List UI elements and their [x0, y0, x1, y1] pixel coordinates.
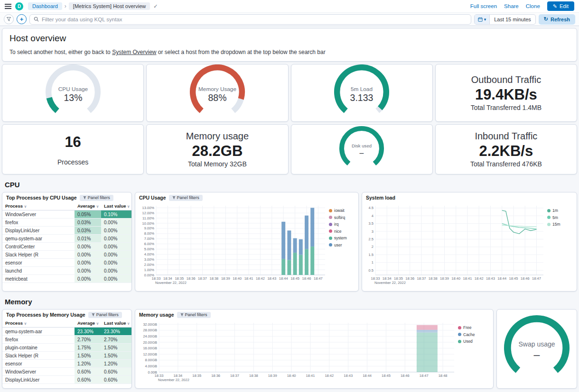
svg-text:–: –: [534, 348, 540, 361]
panel-filters-badge[interactable]: Panel filters: [177, 312, 211, 318]
svg-text:12.00GB: 12.00GB: [143, 352, 157, 356]
column-header[interactable]: Process ∨: [2, 319, 75, 328]
svg-text:18:45: 18:45: [509, 276, 518, 281]
refresh-icon: ↻: [544, 16, 548, 22]
panel-filters-badge[interactable]: Panel filters: [88, 312, 122, 318]
svg-text:18:35: 18:35: [394, 276, 403, 281]
edit-button[interactable]: ✎ Edit: [547, 1, 574, 11]
last-value: 1.50%: [101, 344, 131, 352]
cpu-section-row: Top Processes by CPU Usage Panel filters…: [2, 192, 577, 292]
sort-icon: ∨: [96, 204, 99, 209]
average-value: 1.50%: [75, 352, 101, 360]
legend-item[interactable]: system: [329, 236, 351, 240]
refresh-button[interactable]: ↻ Refresh: [539, 14, 575, 25]
panel-title: CPU Usage: [139, 195, 166, 201]
breadcrumb: Dashboard › [Metrics System] Host overvi…: [28, 2, 158, 10]
legend-item[interactable]: Used: [458, 339, 480, 344]
legend-item[interactable]: 5m: [547, 215, 569, 220]
panel-cpu-usage-chart: CPU Usage Panel filters 0.00%1.00%2.00%3…: [135, 192, 359, 292]
average-value: 1.75%: [75, 344, 101, 352]
svg-text:20.00GB: 20.00GB: [143, 340, 157, 345]
metric-row-1: CPU Usage13% Memory Usage88% 5m Load3.13…: [2, 64, 577, 122]
average-value: 0.00%: [75, 267, 101, 275]
svg-text:18:35: 18:35: [175, 276, 184, 281]
svg-text:18:34: 18:34: [163, 276, 172, 281]
legend-item[interactable]: Free: [458, 325, 480, 330]
metric-title: Outbound Traffic: [471, 74, 542, 85]
swap-usage-gauge: Swap usage–: [504, 315, 570, 383]
legend-dot-icon: [458, 340, 461, 343]
legend-item[interactable]: 15m: [547, 222, 569, 227]
svg-text:7.00%: 7.00%: [144, 237, 155, 241]
legend-item[interactable]: Cache: [458, 332, 480, 337]
svg-text:18:46: 18:46: [401, 374, 410, 378]
svg-text:November 22, 2022: November 22, 2022: [374, 281, 406, 285]
legend-dot-icon: [329, 229, 332, 233]
panel-outbound-traffic: Outbound Traffic 19.4KB/s Total Transfer…: [435, 64, 577, 122]
memory-usage-gauge: Memory Usage88%: [189, 64, 245, 122]
kql-search-input[interactable]: [42, 17, 467, 22]
svg-text:CPU Usage: CPU Usage: [58, 86, 88, 92]
legend-item[interactable]: softirq: [329, 215, 351, 220]
share-link[interactable]: Share: [504, 3, 519, 9]
svg-text:88%: 88%: [208, 92, 226, 103]
svg-text:13.00%: 13.00%: [142, 206, 155, 210]
sort-icon: ∨: [24, 204, 27, 209]
add-filter-button[interactable]: +: [17, 14, 27, 24]
svg-text:18:42: 18:42: [325, 374, 334, 378]
legend-item[interactable]: 1m: [547, 208, 569, 213]
svg-text:18:42: 18:42: [256, 276, 265, 281]
elastic-logo[interactable]: D: [15, 2, 23, 10]
panel-filters-badge[interactable]: Panel filters: [80, 195, 113, 201]
column-header[interactable]: Average ∨: [75, 202, 101, 210]
search-icon: [34, 17, 39, 22]
legend-item[interactable]: nice: [329, 229, 351, 234]
filter-sets-button[interactable]: [4, 14, 14, 24]
kql-search[interactable]: [29, 14, 471, 25]
process-name: qemu-system-aar: [2, 235, 75, 243]
menu-icon[interactable]: [5, 3, 11, 9]
last-value: 2.70%: [101, 336, 131, 344]
date-picker-button[interactable]: ▾: [475, 15, 490, 24]
section-memory-title: Memory: [5, 298, 576, 306]
load-gauge: 5m Load3.133: [334, 64, 390, 122]
process-name: firefox: [2, 336, 75, 344]
system-overview-link[interactable]: System Overview: [112, 49, 156, 55]
legend-item[interactable]: user: [329, 243, 351, 247]
svg-text:18:48: 18:48: [439, 374, 448, 378]
legend-dot-icon: [547, 223, 551, 226]
column-header[interactable]: Last value ∨: [101, 202, 131, 210]
legend-dot-icon: [547, 209, 551, 212]
svg-text:5m Load: 5m Load: [351, 86, 373, 92]
panel-title: System load: [366, 195, 395, 201]
svg-text:3.133: 3.133: [350, 92, 374, 103]
top-bar: D Dashboard › [Metrics System] Host over…: [0, 0, 579, 12]
full-screen-link[interactable]: Full screen: [470, 3, 497, 9]
column-header[interactable]: Process ∨: [2, 202, 75, 210]
legend-item[interactable]: irq: [329, 222, 351, 227]
panel-filters-badge[interactable]: Panel filters: [169, 195, 203, 201]
metric-title: Inbound Traffic: [475, 131, 537, 142]
svg-text:1.5: 1.5: [369, 253, 374, 257]
table-row: Slack Helper (R1.50%1.50%: [2, 352, 131, 360]
svg-text:18:43: 18:43: [486, 276, 495, 281]
breadcrumb-dashboard[interactable]: Dashboard: [28, 2, 62, 10]
svg-text:1: 1: [372, 260, 374, 264]
clone-link[interactable]: Clone: [526, 3, 540, 9]
metric-subtitle: Total Transferred 476KB: [470, 160, 542, 168]
average-value: 23.30%: [75, 328, 101, 336]
metric-value: 16: [65, 133, 81, 151]
svg-text:18:37: 18:37: [230, 374, 239, 378]
legend-item[interactable]: iowait: [329, 208, 351, 213]
column-header[interactable]: Average ∨: [75, 319, 101, 328]
panel-memory-usage-chart: Memory usage Panel filters 0.00B4.00GB8.…: [135, 309, 494, 389]
page-title: Host overview: [9, 33, 570, 44]
top-bar-actions: Full screen Share Clone ✎ Edit: [470, 1, 574, 11]
time-range-label[interactable]: Last 15 minutes: [490, 15, 535, 24]
svg-text:18:45: 18:45: [382, 374, 391, 378]
svg-text:Swap usage: Swap usage: [518, 340, 555, 348]
panel-memory-usage-metric: Memory usage 28.2GB Total Memory 32GB: [146, 124, 288, 174]
column-header[interactable]: Last value ∨: [101, 319, 131, 328]
svg-text:18:36: 18:36: [187, 276, 196, 281]
svg-text:18:38: 18:38: [210, 276, 219, 281]
